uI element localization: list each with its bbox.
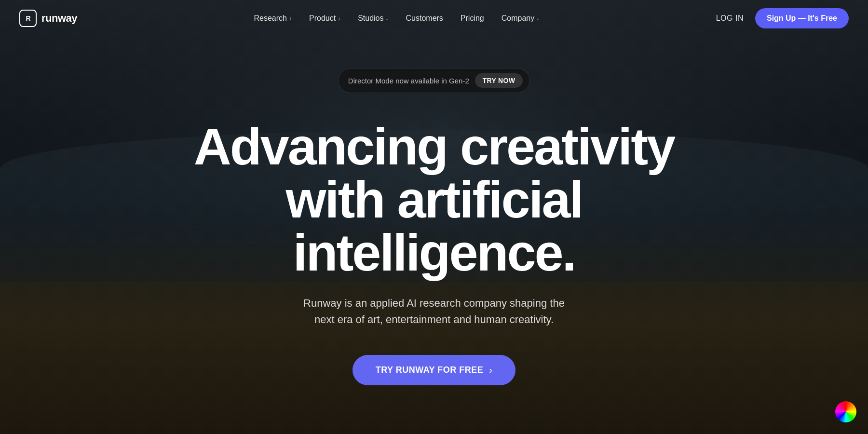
nav-link-research[interactable]: Research ↓ bbox=[254, 14, 292, 23]
nav-link-pricing[interactable]: Pricing bbox=[461, 14, 484, 23]
announcement-banner: Director Mode now available in Gen-2 TRY… bbox=[338, 68, 530, 93]
signup-button[interactable]: Sign Up — It's Free bbox=[755, 8, 849, 28]
nav-link-product[interactable]: Product ↓ bbox=[309, 14, 340, 23]
hero-content: Director Mode now available in Gen-2 TRY… bbox=[0, 0, 868, 434]
nav-link-studios[interactable]: Studios ↓ bbox=[358, 14, 388, 23]
navbar: R runway Research ↓ Product ↓ Studios ↓ … bbox=[0, 0, 868, 36]
nav-link-company[interactable]: Company ↓ bbox=[502, 14, 539, 23]
nav-item-customers[interactable]: Customers bbox=[406, 14, 443, 23]
color-wheel-icon[interactable] bbox=[835, 401, 856, 422]
chevron-down-icon: ↓ bbox=[338, 15, 340, 22]
arrow-right-icon: › bbox=[489, 365, 492, 376]
nav-item-pricing[interactable]: Pricing bbox=[461, 14, 484, 23]
logo-text: runway bbox=[41, 12, 77, 25]
nav-link-customers[interactable]: Customers bbox=[406, 14, 443, 23]
nav-item-research[interactable]: Research ↓ bbox=[254, 14, 292, 23]
chevron-down-icon: ↓ bbox=[386, 15, 389, 22]
hero-headline: Advancing creativity with artificial int… bbox=[145, 120, 723, 279]
logo-link[interactable]: R runway bbox=[19, 10, 77, 27]
login-button[interactable]: LOG IN bbox=[716, 14, 744, 23]
try-runway-button[interactable]: TRY RUNWAY FOR FREE › bbox=[353, 355, 516, 385]
nav-item-company[interactable]: Company ↓ bbox=[502, 14, 539, 23]
nav-actions: LOG IN Sign Up — It's Free bbox=[716, 8, 849, 28]
chevron-down-icon: ↓ bbox=[289, 15, 292, 22]
try-now-button[interactable]: TRY NOW bbox=[475, 73, 523, 88]
cta-label: TRY RUNWAY FOR FREE bbox=[376, 365, 484, 375]
nav-item-studios[interactable]: Studios ↓ bbox=[358, 14, 388, 23]
nav-links: Research ↓ Product ↓ Studios ↓ Customers… bbox=[254, 14, 540, 23]
hero-subtext: Runway is an applied AI research company… bbox=[294, 295, 574, 328]
announcement-text: Director Mode now available in Gen-2 bbox=[348, 77, 469, 85]
chevron-down-icon: ↓ bbox=[536, 15, 539, 22]
logo-icon: R bbox=[19, 10, 37, 27]
nav-item-product[interactable]: Product ↓ bbox=[309, 14, 340, 23]
